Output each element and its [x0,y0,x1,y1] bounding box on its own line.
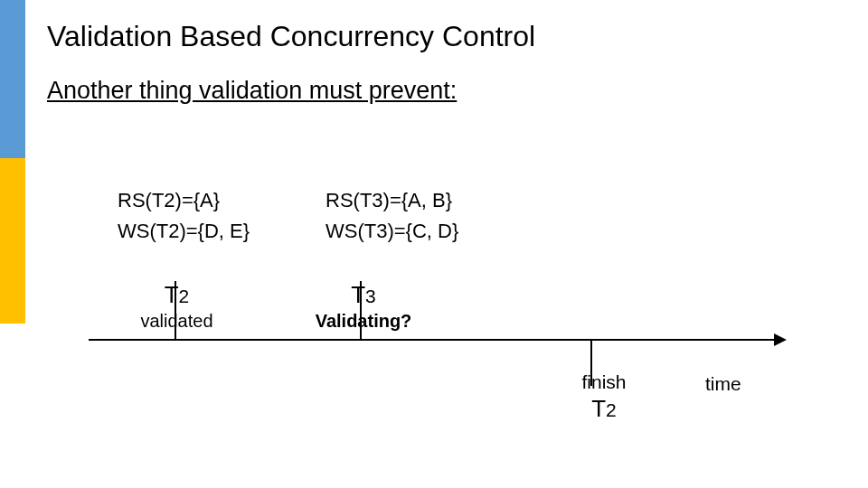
finish-tx-sub: 2 [606,399,617,420]
finish-tx-prefix: T [591,395,606,422]
arrow-right-icon [774,333,787,346]
rs-t3: RS(T3)={A, B} [326,185,452,216]
ws-t2: WS(T2)={D, E} [118,216,326,247]
ws-t3: WS(T3)={C, D} [326,216,458,247]
read-write-sets: RS(T2)={A} RS(T3)={A, B} WS(T2)={D, E} W… [118,185,458,247]
t2-status: validated [134,311,220,332]
rs-t2: RS(T2)={A} [118,185,326,216]
label-t2: T2 validated [134,281,220,332]
accent-blue [0,0,25,158]
slide: Validation Based Concurrency Control Ano… [0,0,868,488]
t3-status: Validating? [306,311,421,332]
timeline: T2 validated T3 Validating? finish T2 ti… [89,339,776,340]
accent-yellow-bottom [0,192,25,324]
timeline-axis [89,339,776,341]
axis-label-time: time [705,373,741,395]
label-t3: T3 Validating? [306,281,421,332]
t2-name-sub: 2 [179,286,190,306]
accent-bar [0,0,25,488]
t3-name-prefix: T [351,281,365,308]
page-title: Validation Based Concurrency Control [47,20,535,53]
finish-word: finish [563,371,645,393]
t2-name-prefix: T [165,281,179,308]
t3-name-sub: 3 [365,286,376,306]
label-finish: finish T2 [563,371,645,423]
subtitle: Another thing validation must prevent: [47,77,457,105]
accent-yellow-top [0,158,25,192]
